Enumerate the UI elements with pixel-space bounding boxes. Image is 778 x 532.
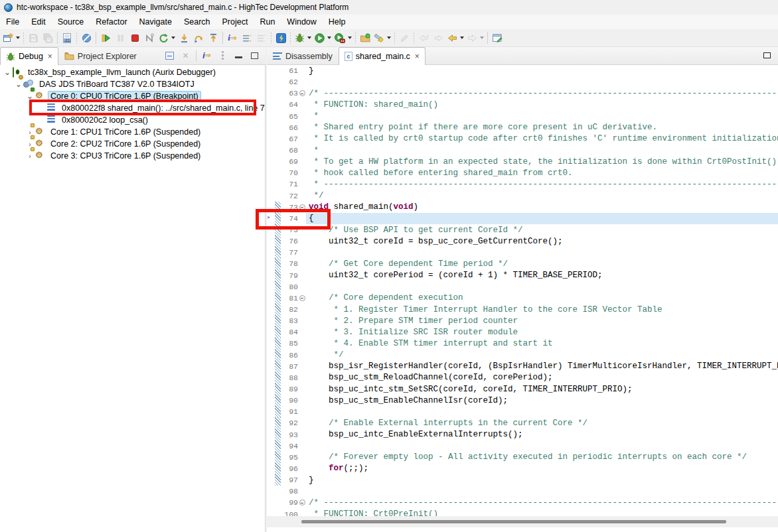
menu-file[interactable]: File [0,15,25,29]
code-text[interactable]: * FUNCTION: shared_main() [306,99,778,110]
tree-row-0[interactable]: ⌄tc38x_bsp_example_llvm_launch (Aurix De… [0,66,265,78]
fold-marker-icon[interactable] [298,295,306,301]
code-line-78[interactable]: 78 /* Get Core dependent Time period */ [267,258,778,269]
code-line-89[interactable]: 89 bsp_uc_intc_stm_SetSRC(coreId, coreId… [267,383,778,395]
code-line-76[interactable]: 76 uint32_t coreId = bsp_uc_core_GetCurr… [267,235,778,247]
menu-refactor[interactable]: Refactor [90,15,133,29]
show-disassembly-alt-button[interactable] [254,31,269,45]
run-coverage-button[interactable] [333,31,353,45]
code-line-64[interactable]: 64 * FUNCTION: shared_main() [267,99,778,110]
code-text[interactable]: * Shared entry point if there are more c… [306,122,778,133]
code-text[interactable] [306,486,778,497]
run-coverage-button-dropdown-icon[interactable] [348,36,352,39]
remove-all-terminated-button[interactable]: ✕ [180,50,191,61]
code-text[interactable]: uint32_t corePeriod = (coreId + 1) * TIM… [306,270,778,281]
maximize-view-button[interactable] [249,50,260,61]
code-text[interactable]: * --------------------------------------… [306,178,778,190]
tab-shared-main-close-icon[interactable]: × [415,52,420,61]
code-line-88[interactable]: 88 bsp_uc_stm_ReloadChannel(coreId, core… [267,372,778,383]
restart-button-dropdown-icon[interactable] [171,36,175,39]
code-line-94[interactable]: 94 [267,440,778,452]
code-line-77[interactable]: 77 [267,247,778,258]
code-line-71[interactable]: 71 * -----------------------------------… [267,178,778,190]
tree-expander-icon[interactable]: ⌄ [14,80,23,89]
code-text[interactable]: * 1. Register Timer Interrupt Handler to… [306,304,778,315]
code-line-90[interactable]: 90 bsp_uc_stm_EnableChannelIsr(coreId); [267,395,778,406]
code-line-75[interactable]: 75 /* Use BSP API to get current CoreId … [267,224,778,235]
code-line-74[interactable]: ➤74{ [267,213,778,224]
code-text[interactable] [306,440,778,452]
menu-project[interactable]: Project [216,15,254,29]
code-line-93[interactable]: 93 bsp_uc_intc_EnableExternalInterrupts(… [267,429,778,440]
code-line-100[interactable]: 100 * FUNCTION: Crt0PreInit() [267,508,778,516]
code-line-83[interactable]: 83 * 2. Prepare STM timer period counter [267,315,778,326]
show-disassembly-button[interactable] [240,31,254,45]
pin-editor-button[interactable] [490,31,505,45]
code-text[interactable]: /* Forever empty loop - All activity exe… [306,452,778,463]
code-text[interactable]: } [306,65,778,76]
tab-project-explorer[interactable]: Project Explorer [58,47,143,64]
previous-annotation-button[interactable] [416,31,431,45]
code-line-96[interactable]: 96 for(;;); [267,463,778,474]
menu-source[interactable]: Source [52,15,90,29]
code-line-70[interactable]: 70 * hook called before entering shared_… [267,167,778,178]
instruction-stepping-button[interactable]: i⇒ [225,31,240,45]
run-button-dropdown-icon[interactable] [327,36,331,39]
code-text[interactable]: } [306,474,778,486]
code-text[interactable] [306,406,778,417]
code-text[interactable]: * To get a HW platform in an expected st… [306,156,778,167]
forward-history-button[interactable] [465,31,485,45]
code-text[interactable]: * It is called by crt0 startup code afte… [306,133,778,145]
code-text[interactable]: * 4. Enable STM timer interrupt and star… [306,338,778,349]
code-text[interactable]: /* -------------------------------------… [306,497,778,508]
tree-row-6[interactable]: ›⚙Core 2: CPU2 TriCore 1.6P (Suspended) [0,138,265,150]
code-text[interactable]: */ [306,350,778,361]
code-line-92[interactable]: 92 /* Enable External interrupts in the … [267,417,778,429]
code-text[interactable]: /* Get Core dependent Time period */ [306,258,778,269]
code-text[interactable]: * FUNCTION: Crt0PreInit() [306,508,778,516]
code-line-79[interactable]: 79 uint32_t corePeriod = (coreId + 1) * … [267,270,778,281]
code-line-98[interactable]: 98 [267,486,778,497]
code-text[interactable]: * hook called before entering shared_mai… [306,167,778,178]
menu-run[interactable]: Run [254,15,281,29]
back-history-button-dropdown-icon[interactable] [460,36,464,39]
code-line-91[interactable]: 91 [267,406,778,417]
menu-search[interactable]: Search [178,15,216,29]
restart-button[interactable] [157,31,177,45]
code-line-82[interactable]: 82 * 1. Register Timer Interrupt Handler… [267,304,778,315]
fold-marker-icon[interactable] [298,499,306,505]
code-line-73[interactable]: 73void shared_main(void) [267,202,778,213]
menu-window[interactable]: Window [281,15,322,29]
view-menu-icon[interactable] [217,50,228,61]
code-line-95[interactable]: 95 /* Forever empty loop - All activity … [267,452,778,463]
code-text[interactable]: */ [306,190,778,202]
code-text[interactable]: uint32_t coreId = bsp_uc_core_GetCurrent… [306,235,778,247]
code-text[interactable]: /* Use BSP API to get current CoreId */ [306,224,778,235]
tree-expander-icon[interactable]: › [25,129,35,136]
code-line-80[interactable]: 80 [267,281,778,293]
code-text[interactable]: * [306,111,778,122]
tree-row-1[interactable]: ⌄DAS JDS TriBoard TC387 V2.0 TB34IOTJ [0,78,265,90]
source-editor[interactable]: 61}6263/* ------------------------------… [267,65,778,516]
code-text[interactable]: for(;;); [306,463,778,474]
horizontal-scrollbar[interactable] [267,516,778,527]
code-line-69[interactable]: 69 * To get a HW platform in an expected… [267,156,778,167]
save-button[interactable] [26,31,40,45]
tree-row-7[interactable]: ›⚙Core 3: CPU3 TriCore 1.6P (Suspended) [0,150,265,162]
code-text[interactable]: * 3. Initialize SRC ISR router module [306,326,778,338]
code-text[interactable]: /* Core dependent execution [306,293,778,304]
code-line-72[interactable]: 72 */ [267,190,778,202]
instruction-stepping-mode-button[interactable]: i⇒ [201,50,212,61]
run-button[interactable] [313,31,333,45]
collapse-all-button[interactable] [164,50,175,61]
code-line-62[interactable]: 62 [267,76,778,88]
code-text[interactable]: bsp_isr_RegisterHandler(coreId, (BspIsrH… [306,361,778,372]
tree-expander-icon[interactable]: › [25,141,35,148]
code-text[interactable]: bsp_uc_intc_EnableExternalInterrupts(); [306,429,778,440]
forward-history-button-dropdown-icon[interactable] [480,36,484,39]
code-text[interactable]: /* -------------------------------------… [306,88,778,99]
menu-help[interactable]: Help [323,15,352,29]
search-button[interactable] [372,31,392,45]
code-text[interactable] [306,281,778,293]
code-line-86[interactable]: 86 */ [267,350,778,361]
